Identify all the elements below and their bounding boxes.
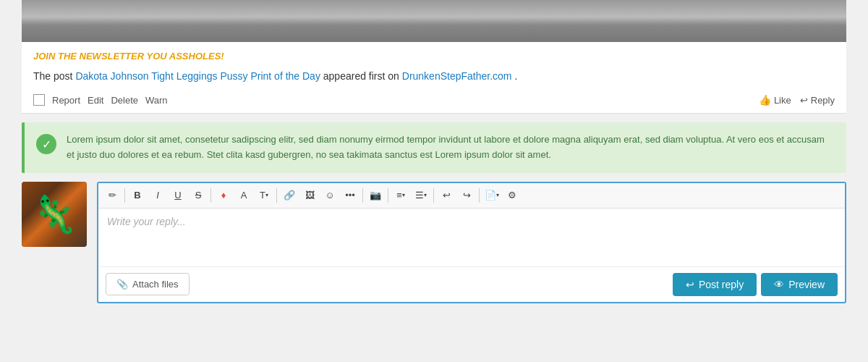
post-actions-right: 👍 Like ↩ Reply [759, 94, 835, 106]
reply-textarea[interactable]: Write your reply... [98, 209, 845, 266]
preview-label: Preview [788, 279, 825, 290]
post-actions-left: Report Edit Delete Warn [33, 94, 168, 106]
toolbar-font-btn[interactable]: A [234, 186, 253, 205]
toolbar-sep-1 [124, 188, 125, 203]
post-body-prefix: The post [33, 70, 75, 82]
page-wrapper: JOIN THE NEWSLETTER YOU ASSHOLES! The po… [0, 0, 868, 303]
toolbar-redo-btn[interactable]: ↪ [457, 186, 476, 205]
toolbar-sep-2 [210, 188, 211, 203]
reply-button[interactable]: ↩ Reply [800, 95, 835, 106]
reply-editor-container: ✏ B I U S ♦ A T▾ 🔗 🖼 ☺ ••• 📷 ≡▾ ☰▾ [97, 182, 846, 303]
post-link-2[interactable]: DrunkenStepFather.com [402, 70, 512, 82]
warn-link[interactable]: Warn [145, 95, 168, 106]
top-image-strip [22, 0, 846, 42]
user-avatar [22, 182, 87, 247]
toolbar-more-btn[interactable]: ••• [341, 186, 359, 205]
reply-label: Reply [811, 95, 835, 106]
like-label: Like [774, 95, 791, 106]
toolbar-sep-6 [433, 188, 434, 203]
thumbs-up-icon: 👍 [759, 94, 771, 106]
editor-footer: 📎 Attach files ↩ Post reply 👁 Preview [98, 266, 845, 302]
toolbar-strikethrough-btn[interactable]: S [189, 186, 208, 205]
toolbar-settings-btn[interactable]: ⚙ [503, 186, 522, 205]
toolbar-list-btn[interactable]: ☰▾ [412, 186, 430, 205]
toolbar-sep-7 [479, 188, 480, 203]
post-body: The post Dakota Johnson Tight Leggings P… [33, 69, 835, 84]
post-checkbox[interactable] [33, 94, 45, 106]
editor-toolbar: ✏ B I U S ♦ A T▾ 🔗 🖼 ☺ ••• 📷 ≡▾ ☰▾ [98, 183, 845, 209]
post-body-suffix: . [514, 70, 517, 82]
toolbar-camera-btn[interactable]: 📷 [366, 186, 385, 205]
newsletter-link[interactable]: JOIN THE NEWSLETTER YOU ASSHOLES! [33, 51, 835, 62]
toolbar-link-btn[interactable]: 🔗 [280, 186, 299, 205]
post-reply-button[interactable]: ↩ Post reply [673, 273, 757, 296]
post-body-middle: appeared first on [323, 70, 402, 82]
toolbar-textsize-btn[interactable]: T▾ [255, 186, 273, 205]
delete-link[interactable]: Delete [111, 95, 138, 106]
toolbar-sep-3 [276, 188, 277, 203]
post-content-block: JOIN THE NEWSLETTER YOU ASSHOLES! The po… [22, 42, 846, 114]
footer-right-buttons: ↩ Post reply 👁 Preview [673, 273, 838, 296]
reply-area: ✏ B I U S ♦ A T▾ 🔗 🖼 ☺ ••• 📷 ≡▾ ☰▾ [22, 182, 846, 303]
toolbar-italic-btn[interactable]: I [148, 186, 167, 205]
eye-icon: 👁 [774, 279, 784, 290]
toolbar-undo-btn[interactable]: ↩ [437, 186, 456, 205]
post-link-1[interactable]: Dakota Johnson Tight Leggings Pussy Prin… [75, 70, 320, 82]
toolbar-sep-4 [362, 188, 363, 203]
toolbar-sep-5 [388, 188, 388, 203]
toolbar-image-btn[interactable]: 🖼 [300, 186, 319, 205]
editor-placeholder: Write your reply... [107, 216, 186, 227]
report-link[interactable]: Report [52, 95, 80, 106]
toolbar-pencil-btn[interactable]: ✏ [103, 186, 122, 205]
attach-label: Attach files [132, 279, 179, 290]
toolbar-underline-btn[interactable]: U [169, 186, 187, 205]
avatar-image [22, 182, 87, 247]
toolbar-color-btn[interactable]: ♦ [214, 186, 233, 205]
post-reply-label: Post reply [699, 279, 744, 290]
success-checkmark-icon: ✓ [36, 134, 56, 154]
success-notification: ✓ Lorem ipsum dolor sit amet, consetetur… [22, 122, 846, 173]
success-message: Lorem ipsum dolor sit amet, consetetur s… [67, 132, 835, 163]
like-button[interactable]: 👍 Like [759, 94, 791, 106]
post-actions-bar: Report Edit Delete Warn 👍 Like ↩ Reply [33, 91, 835, 106]
paperclip-icon: 📎 [116, 279, 128, 290]
edit-link[interactable]: Edit [88, 95, 103, 106]
toolbar-align-btn[interactable]: ≡▾ [391, 186, 410, 205]
reply-icon: ↩ [800, 95, 808, 106]
attach-files-button[interactable]: 📎 Attach files [106, 273, 190, 295]
toolbar-emoji-btn[interactable]: ☺ [320, 186, 339, 205]
preview-button[interactable]: 👁 Preview [761, 273, 838, 296]
toolbar-template-btn[interactable]: 📄▾ [482, 186, 501, 205]
toolbar-bold-btn[interactable]: B [128, 186, 147, 205]
send-icon: ↩ [686, 279, 694, 290]
